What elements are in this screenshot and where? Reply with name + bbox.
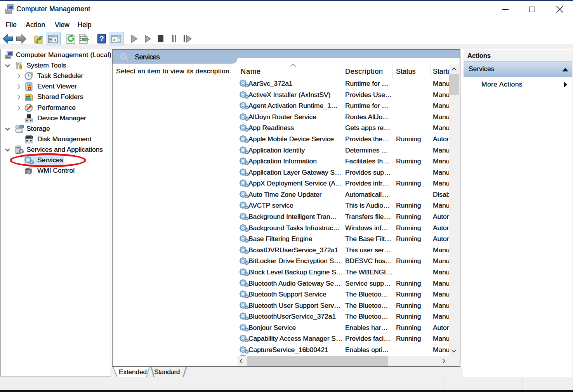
svg-text:?: ? — [99, 35, 104, 43]
